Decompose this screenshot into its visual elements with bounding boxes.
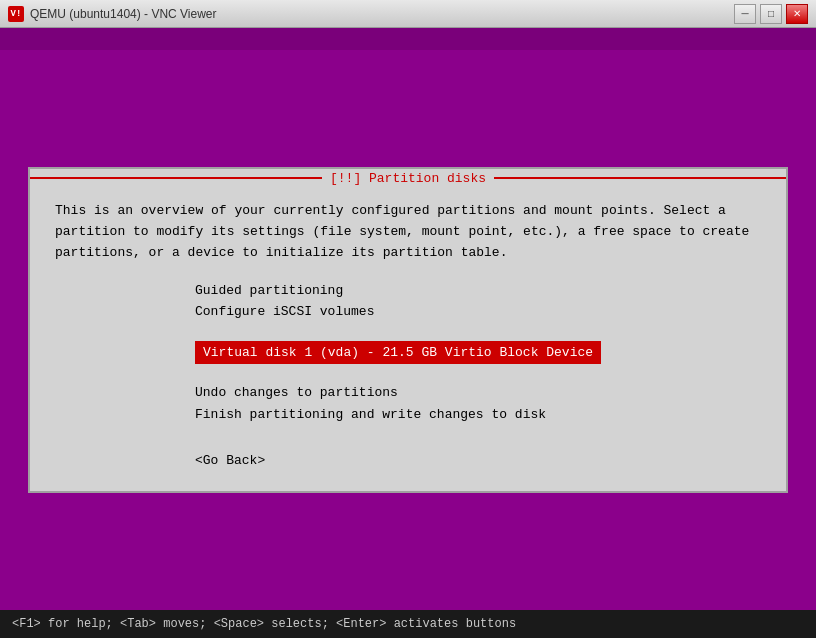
minimize-button[interactable]: ─ [734, 4, 756, 24]
menu-item-guided[interactable]: Guided partitioning [195, 280, 761, 302]
partition-dialog: [!!] Partition disks This is an overview… [28, 167, 788, 492]
go-back-button[interactable]: <Go Back> [195, 453, 265, 468]
window-controls: ─ □ ✕ [734, 4, 808, 24]
dialog-content: This is an overview of your currently co… [55, 201, 761, 470]
menu-item-undo[interactable]: Undo changes to partitions [195, 382, 761, 404]
bottom-actions: <Go Back> [195, 451, 761, 471]
restore-button[interactable]: □ [760, 4, 782, 24]
title-bar: V! QEMU (ubuntu1404) - VNC Viewer ─ □ ✕ [0, 0, 816, 28]
status-text: <F1> for help; <Tab> moves; <Space> sele… [12, 617, 516, 631]
menu-item-vda[interactable]: Virtual disk 1 (vda) - 21.5 GB Virtio Bl… [195, 341, 601, 365]
status-bar: <F1> for help; <Tab> moves; <Space> sele… [0, 610, 816, 638]
menu-item-iscsi[interactable]: Configure iSCSI volumes [195, 301, 761, 323]
window-title: QEMU (ubuntu1404) - VNC Viewer [30, 7, 217, 21]
description-line3: partitions, or a device to initialize it… [55, 245, 507, 260]
menu-items: Guided partitioning Configure iSCSI volu… [195, 280, 761, 323]
description-line1: This is an overview of your currently co… [55, 203, 726, 218]
menu-gap2 [55, 372, 761, 382]
app-icon: V! [8, 6, 24, 22]
menu-item-finish[interactable]: Finish partitioning and write changes to… [195, 404, 761, 426]
tab-bar [0, 28, 816, 50]
dialog-title-bar: [!!] Partition disks [30, 168, 786, 188]
title-line-left [30, 177, 322, 179]
content-area: [!!] Partition disks This is an overview… [0, 50, 816, 610]
title-bar-left: V! QEMU (ubuntu1404) - VNC Viewer [8, 6, 217, 22]
menu-items-disk: Virtual disk 1 (vda) - 21.5 GB Virtio Bl… [195, 341, 761, 365]
menu-gap3 [55, 433, 761, 443]
close-button[interactable]: ✕ [786, 4, 808, 24]
dialog-title: [!!] Partition disks [322, 171, 494, 186]
menu-gap [55, 331, 761, 341]
title-line-right [494, 177, 786, 179]
description-text: This is an overview of your currently co… [55, 201, 761, 263]
menu-items-actions: Undo changes to partitions Finish partit… [195, 382, 761, 425]
description-line2: partition to modify its settings (file s… [55, 224, 749, 239]
